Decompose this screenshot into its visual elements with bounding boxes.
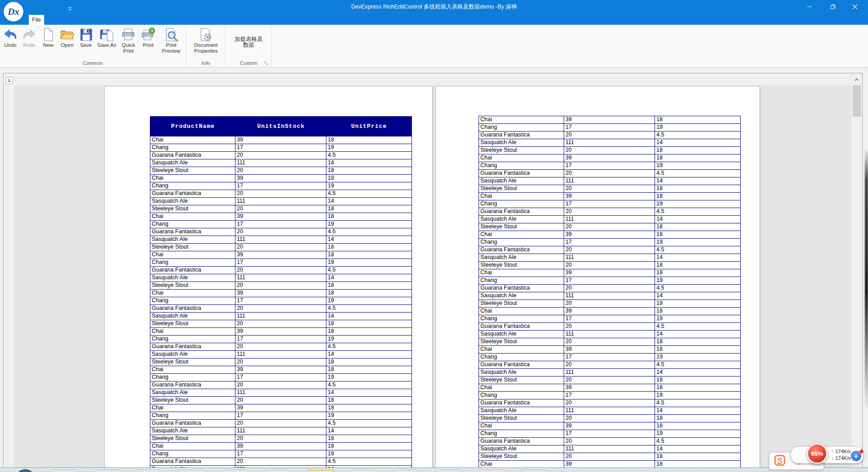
scrollbar-thumb[interactable] (853, 85, 861, 117)
taskbar-app-icon-3[interactable] (136, 470, 163, 472)
save-button[interactable]: Save (77, 26, 95, 48)
tab-file[interactable]: File (29, 15, 44, 25)
undo-button[interactable]: Undo (1, 26, 20, 48)
table-cell: 20 (235, 320, 326, 327)
taskbar-app-icon-7[interactable] (307, 470, 334, 472)
table-cell: 20 (564, 438, 655, 445)
restore-button[interactable] (823, 0, 843, 14)
table-cell: 20 (235, 343, 326, 350)
table-cell: Chang (150, 374, 235, 381)
taskbar-app-icon-11[interactable] (478, 470, 505, 472)
vertical-scrollbar[interactable] (851, 73, 862, 472)
table-cell: Guarana Fantastica (479, 132, 564, 139)
load-table-data-button[interactable]: 加载表格及数据 (227, 26, 270, 59)
taskbar-app-icon-4[interactable] (179, 470, 206, 472)
table-cell: 20 (564, 453, 655, 460)
redo-button[interactable]: Redo (20, 26, 39, 48)
table-row: Sasquatch Ale11114 (150, 351, 411, 359)
table-cell: 20 (564, 300, 655, 307)
table-row: Guarana Fantastica204.5 (479, 208, 740, 216)
table-row: Sasquatch Ale11114 (479, 216, 740, 223)
table-cell: Chai (150, 290, 235, 297)
table-cell: 19 (655, 354, 740, 361)
table-cell: 111 (235, 159, 326, 167)
table-row: Sasquatch Ale11114 (150, 313, 411, 320)
table-cell: 19 (326, 259, 411, 266)
new-label: New (43, 42, 53, 48)
table-cell: 19 (655, 430, 740, 437)
devexpress-logo[interactable]: Dx (4, 2, 23, 22)
new-button[interactable]: New (39, 26, 58, 48)
taskbar-app-icon-6[interactable] (264, 470, 291, 472)
save-label: Save (80, 42, 92, 48)
start-button[interactable] (15, 469, 35, 472)
table-cell: 17 (235, 259, 326, 266)
table-cell: 39 (564, 231, 655, 238)
save-as-button[interactable]: Save As (95, 26, 118, 48)
table-cell: 18 (655, 300, 740, 307)
table-cell: Chai (479, 269, 564, 277)
open-button[interactable]: Open (58, 26, 77, 48)
table-cell: 20 (235, 228, 326, 236)
table-cell: Guarana Fantastica (150, 228, 235, 236)
quick-print-button[interactable]: Quick Print (118, 26, 139, 54)
sogou-logo-icon[interactable]: S (774, 455, 785, 466)
document-properties-button[interactable]: Document Properties (188, 26, 224, 54)
taskbar-app-icon-10[interactable] (435, 470, 462, 472)
taskbar[interactable] (0, 467, 868, 472)
table-cell: Chai (150, 175, 235, 182)
table-cell: 18 (326, 443, 411, 450)
taskbar-app-icon-5[interactable] (222, 470, 249, 472)
dialog-launcher-icon[interactable] (264, 61, 269, 66)
table-row: Guarana Fantastica204.5 (479, 323, 740, 331)
table-cell: 111 (235, 274, 326, 281)
taskbar-app-icon-8[interactable] (350, 470, 377, 472)
table-cell: 14 (326, 313, 411, 320)
table-row: Chang1719 (479, 162, 740, 170)
table-cell: 18 (326, 435, 411, 442)
table-cell: 4.5 (326, 305, 411, 312)
table-cell: 18 (655, 422, 740, 430)
table-cell: Sasquatch Ale (479, 216, 564, 223)
table-cell: Steeleye Stout (479, 415, 564, 422)
taskbar-app-icon-9[interactable] (393, 470, 420, 472)
table-row: Chai3918 (150, 328, 411, 336)
taskbar-app-icon-1[interactable] (50, 470, 77, 472)
table-cell: 39 (235, 251, 326, 259)
table-row: Guarana Fantastica204.5 (150, 190, 411, 198)
close-button[interactable] (845, 0, 865, 14)
memory-usage-ball[interactable]: 95% (807, 443, 827, 464)
redo-icon (22, 27, 37, 42)
table-row: Sasquatch Ale11114 (150, 198, 411, 205)
table-cell: Guarana Fantastica (150, 305, 235, 312)
document-page-2[interactable]: Chai3918Chang1719Guarana Fantastica204.5… (436, 86, 760, 472)
table-cell: 4.5 (326, 267, 411, 274)
table-cell: 19 (655, 200, 740, 208)
taskbar-app-icon-2[interactable] (93, 470, 120, 472)
table-cell: Steeleye Stout (479, 185, 564, 192)
ribbon-group-custom: 加载表格及数据Custom (227, 25, 270, 67)
minimize-button[interactable] (799, 0, 820, 14)
table-cell: 20 (235, 397, 326, 404)
tab-stop-selector[interactable]: L (6, 77, 13, 84)
scroll-up-icon[interactable] (852, 75, 861, 85)
document-page-1[interactable]: ProductNameUnitsInStockUnitPriceChai3918… (105, 86, 432, 472)
column-header: ProductName (150, 117, 235, 136)
table-cell: Steeleye Stout (150, 167, 235, 174)
table-row: Chai3918 (150, 404, 411, 412)
table-cell: 19 (655, 277, 740, 284)
table-cell: Chang (479, 200, 564, 208)
table-cell: 111 (235, 236, 326, 243)
taskbar-app-icon-12[interactable] (521, 470, 548, 472)
table-cell: 18 (655, 384, 740, 391)
table-cell: Chang (479, 430, 564, 437)
print-preview-button[interactable]: Print Preview (158, 26, 185, 54)
table-cell: 39 (564, 346, 655, 353)
print-button[interactable]: ?Print (139, 26, 158, 48)
table-row: Chang1719 (150, 144, 411, 152)
document-canvas[interactable]: ProductNameUnitsInStockUnitPriceChai3918… (14, 85, 851, 472)
table-cell: 111 (235, 427, 326, 435)
table-cell: 111 (564, 292, 655, 300)
table-row: Chang1719 (479, 124, 740, 132)
table-cell: 18 (326, 359, 411, 366)
